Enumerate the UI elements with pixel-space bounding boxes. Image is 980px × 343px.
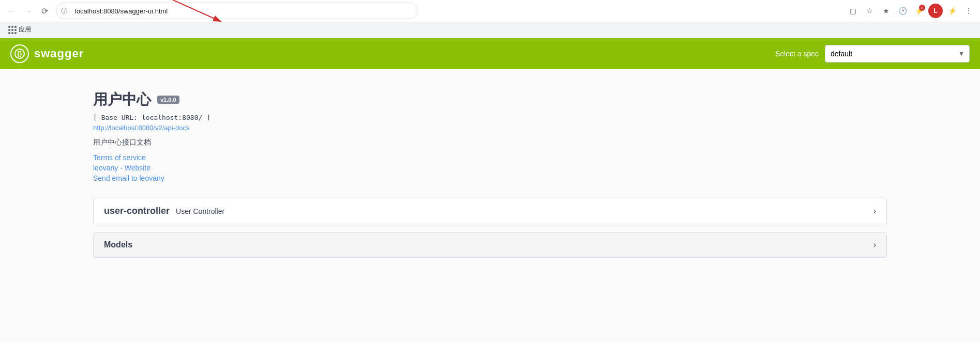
swagger-spec-select[interactable]: default <box>825 45 970 63</box>
swagger-logo-icon: {} <box>10 44 29 63</box>
website-link[interactable]: leovany - Website <box>93 164 887 172</box>
address-bar-input[interactable]: localhost:8080/swagger-ui.html <box>56 3 418 19</box>
api-info: 用户中心 v1.0.0 [ Base URL: localhost:8080/ … <box>93 90 887 182</box>
forward-button[interactable]: → <box>21 4 35 18</box>
api-docs-link[interactable]: http://localhost:8080/v2/api-docs <box>93 124 189 132</box>
extensions-button[interactable]: ⚡ 0 <box>912 4 926 18</box>
bookmarks-bar: 应用 <box>0 22 980 38</box>
api-title-row: 用户中心 v1.0.0 <box>93 90 887 110</box>
controller-desc: User Controller <box>176 207 224 215</box>
swagger-logo: {} swagger <box>10 44 84 63</box>
terms-of-service-link[interactable]: Terms of service <box>93 153 887 162</box>
svg-text:{}: {} <box>17 50 22 57</box>
main-content: 用户中心 v1.0.0 [ Base URL: localhost:8080/ … <box>0 69 980 343</box>
apps-bookmark[interactable]: 应用 <box>4 23 35 36</box>
swagger-spec-selector: Select a spec default ▼ <box>775 45 970 63</box>
controller-header-user[interactable]: user-controller User Controller › <box>94 198 886 224</box>
browser-chrome: ← → ⟳ ⓘ localhost:8080/swagger-ui.html ▢… <box>0 0 980 38</box>
api-title: 用户中心 <box>93 90 151 110</box>
controller-item-user: user-controller User Controller › <box>93 198 887 224</box>
api-base-url: [ Base URL: localhost:8080/ ] <box>93 114 887 121</box>
api-links: Terms of service leovany - Website Send … <box>93 153 887 182</box>
api-description: 用户中心接口文档 <box>93 138 887 147</box>
reload-button[interactable]: ⟳ <box>37 4 52 18</box>
controller-name: user-controller <box>104 206 170 216</box>
controllers-section: user-controller User Controller › Models… <box>93 198 887 258</box>
apps-label: 应用 <box>19 25 31 34</box>
nav-buttons: ← → ⟳ <box>4 4 52 18</box>
screenshot-button[interactable]: ▢ <box>846 4 860 18</box>
history-button[interactable]: 🕑 <box>895 4 910 18</box>
back-button[interactable]: ← <box>4 4 19 18</box>
swagger-logo-text: swagger <box>34 47 84 60</box>
profile-button[interactable]: L <box>928 4 943 18</box>
models-title: Models <box>104 240 132 250</box>
controller-chevron-icon: › <box>873 207 876 216</box>
models-chevron-icon: › <box>873 240 876 250</box>
email-link[interactable]: Send email to leovany <box>93 174 887 182</box>
controller-title-group: user-controller User Controller <box>104 206 224 216</box>
api-version-badge: v1.0.0 <box>157 96 179 104</box>
menu-button[interactable]: ⋮ <box>961 4 976 18</box>
browser-right-icons: ▢ ☆ ★ 🕑 ⚡ 0 L ⚡ ⋮ <box>846 4 976 18</box>
swagger-header: {} swagger Select a spec default ▼ <box>0 38 980 69</box>
models-item: Models › <box>93 232 887 258</box>
spec-select-wrapper: default ▼ <box>825 45 970 63</box>
security-icon: ⓘ <box>61 7 67 15</box>
models-header[interactable]: Models › <box>94 233 886 257</box>
bookmark-button[interactable]: ☆ <box>862 4 877 18</box>
address-bar-wrap: ⓘ localhost:8080/swagger-ui.html <box>56 3 418 19</box>
apps-icon <box>8 26 17 34</box>
browser-toolbar: ← → ⟳ ⓘ localhost:8080/swagger-ui.html ▢… <box>0 0 980 22</box>
swagger-spec-label: Select a spec <box>775 50 819 58</box>
star-button[interactable]: ★ <box>879 4 893 18</box>
puzzle-button[interactable]: ⚡ <box>945 4 959 18</box>
